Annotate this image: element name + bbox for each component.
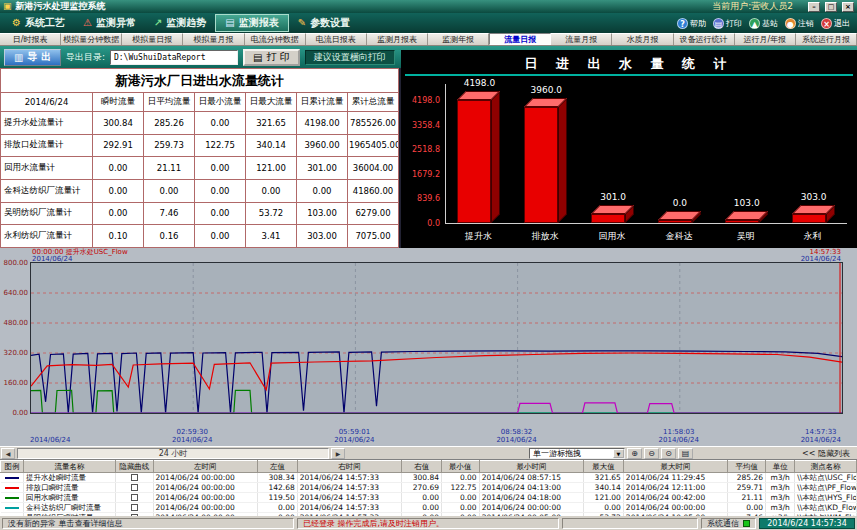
scroll-left-button[interactable]: ◀ xyxy=(1,448,15,459)
print-quick-button[interactable]: ▤打印 xyxy=(713,18,742,29)
menu-item-参数设置[interactable]: ✎参数设置 xyxy=(289,14,359,32)
trend-x-date: 2014/06/24 xyxy=(659,436,699,444)
series-name: 回用水瞬时流量 xyxy=(23,493,115,503)
trend-table-row[interactable]: 回用水瞬时流量2014/06/24 00:00:00119.502014/06/… xyxy=(1,493,857,503)
trend-data-table: 图例流量名称隐藏曲线左时间左值右时间右值最小值最小时间最大值最大时间平均值单位测… xyxy=(0,460,857,516)
tab-电流日报表[interactable]: 电流日报表 xyxy=(306,33,367,45)
trend-table-row[interactable]: 金科达纺织厂瞬时流量2014/06/24 00:00:000.002014/06… xyxy=(1,503,857,513)
trend-table-cell: 2014/06/24 14:57:33 xyxy=(297,503,402,513)
trend-x-date: 2014/06/24 xyxy=(172,436,212,444)
menu-item-系统工艺[interactable]: ⚙系统工艺 xyxy=(3,14,74,32)
minimize-button[interactable]: – xyxy=(808,2,820,12)
report-row-name: 回用水流量计 xyxy=(1,157,93,180)
trend-table-cell: m3/h xyxy=(766,493,795,503)
trend-table-cell: 308.34 xyxy=(258,473,298,483)
export-button[interactable]: ▥ 导 出 xyxy=(4,49,61,66)
trend-table-row[interactable]: 提升水处瞬时流量2014/06/24 00:00:00308.342014/06… xyxy=(1,473,857,483)
report-cell: 0.00 xyxy=(246,179,297,202)
tab-运行月/年报[interactable]: 运行月/年报 xyxy=(735,33,796,45)
quick-button-label: 帮助 xyxy=(690,18,706,29)
trend-table-cell: 340.14 xyxy=(584,483,624,493)
menu-item-监测趋势[interactable]: ↗监测趋势 xyxy=(145,14,215,32)
report-cell: 21.11 xyxy=(144,157,195,180)
report-cell: 36004.00 xyxy=(348,157,399,180)
trend-table-cell: 2014/06/24 00:00:00 xyxy=(153,503,258,513)
trend-plot[interactable] xyxy=(30,262,843,414)
exit-button[interactable]: ×退出 xyxy=(821,18,850,29)
tab-流量日报[interactable]: 流量日报 xyxy=(489,33,551,45)
trend-table-column-header: 最大值 xyxy=(584,461,624,473)
trend-data-table-panel: 图例流量名称隐藏曲线左时间左值右时间右值最小值最小时间最大值最大时间平均值单位测… xyxy=(0,459,857,516)
cursor-mode-select[interactable]: 单一游标拖拽 ▼ xyxy=(529,448,625,459)
time-scrollbar[interactable]: 24 小时 xyxy=(17,448,329,459)
login-status: 已经登录 操作完成后,请及时注销用户。 xyxy=(297,518,559,529)
tab-流量月报[interactable]: 流量月报 xyxy=(551,33,612,45)
trend-table-cell: \\本站点\KD_Flow xyxy=(795,503,857,513)
trend-x-date: 2014/06/24 xyxy=(334,436,374,444)
chevron-down-icon[interactable]: ▼ xyxy=(613,449,624,458)
print-button[interactable]: ▤ 打 印 xyxy=(243,49,300,66)
trend-table-column-header: 隐藏曲线 xyxy=(115,461,153,473)
tab-日/时报表[interactable]: 日/时报表 xyxy=(0,33,61,45)
legend-cell xyxy=(1,483,24,493)
print-chart-button[interactable]: ▤ xyxy=(678,448,693,459)
alarm-status[interactable]: 没有新的异常 单击查看详细信息 xyxy=(2,518,294,529)
bar xyxy=(658,220,692,223)
help-button[interactable]: ?帮助 xyxy=(677,18,706,29)
tab-监测月报表[interactable]: 监测月报表 xyxy=(367,33,428,45)
maximize-button[interactable]: □ xyxy=(825,2,837,12)
series-name: 排放口瞬时流量 xyxy=(23,483,115,493)
clock: 2014/6/24 14:57:34 xyxy=(759,518,855,529)
export-dir-input[interactable] xyxy=(110,50,238,65)
bar-value-label: 3960.0 xyxy=(503,85,590,95)
trend-x-tick-label: 08:58:322014/06/24 xyxy=(496,428,536,444)
hide-curve-checkbox[interactable] xyxy=(131,484,138,491)
report-row: 金科达纺织厂流量计0.000.000.000.000.0041860.00 xyxy=(1,179,399,202)
report-cell: 0.00 xyxy=(93,202,144,225)
menu-items: ⚙系统工艺⚠监测异常↗监测趋势▤监测报表✎参数设置 xyxy=(3,13,359,33)
app-icon: ▣ xyxy=(3,2,12,11)
report-cell: 3960.00 xyxy=(297,134,348,157)
report-date: 2014/6/24 xyxy=(1,93,93,112)
hide-curve-checkbox[interactable] xyxy=(131,494,138,501)
report-icon: ▤ xyxy=(225,18,234,28)
report-row-name: 提升水处流量计 xyxy=(1,112,93,135)
trend-table-cell: 2014/06/24 00:00:00 xyxy=(153,493,258,503)
scroll-right-button[interactable]: ▶ xyxy=(331,448,345,459)
report-cell: 340.14 xyxy=(246,134,297,157)
tab-模拟量月报[interactable]: 模拟量月报 xyxy=(183,33,244,45)
tab-水质月报[interactable]: 水质月报 xyxy=(612,33,673,45)
hide-curve-checkbox[interactable] xyxy=(131,474,138,481)
tab-设备运行统计[interactable]: 设备运行统计 xyxy=(674,33,735,45)
close-button[interactable]: × xyxy=(842,2,854,12)
tab-电流分钟数据[interactable]: 电流分钟数据 xyxy=(245,33,306,45)
tab-监测年报[interactable]: 监测年报 xyxy=(428,33,489,45)
quick-button-label: 打印 xyxy=(726,18,742,29)
trend-table-cell: 2014/06/24 00:00:00 xyxy=(479,503,584,513)
trend-table-cell: 2014/06/24 14:57:33 xyxy=(297,493,402,503)
bar-axis-tick-label: 4198.0 xyxy=(401,96,440,105)
trend-table-cell: 270.69 xyxy=(402,483,442,493)
tab-系统运行月报[interactable]: 系统运行月报 xyxy=(796,33,857,45)
report-row: 吴明纺织厂流量计0.007.460.0053.72103.006279.00 xyxy=(1,202,399,225)
trend-table-cell: 2014/06/24 04:18:00 xyxy=(479,493,584,503)
zoom-out-button[interactable]: ⊖ xyxy=(644,448,659,459)
menu-item-监测异常[interactable]: ⚠监测异常 xyxy=(74,14,145,32)
trend-icon: ↗ xyxy=(154,18,162,28)
zoom-reset-button[interactable]: ⊙ xyxy=(661,448,676,459)
trend-table-row[interactable]: 排放口瞬时流量2014/06/24 00:00:00142.682014/06/… xyxy=(1,483,857,493)
report-row-name: 金科达纺织厂流量计 xyxy=(1,179,93,202)
station-button[interactable]: ▲基站 xyxy=(749,18,778,29)
trend-table-cell: 0.00 xyxy=(442,503,480,513)
zoom-in-button[interactable]: ⊕ xyxy=(627,448,642,459)
logout-button[interactable]: ●注销 xyxy=(785,18,814,29)
trend-table-column-header: 流量名称 xyxy=(23,461,115,473)
report-cell: 41860.00 xyxy=(348,179,399,202)
tab-模拟量分钟数据[interactable]: 模拟量分钟数据 xyxy=(61,33,122,45)
hide-curve-checkbox[interactable] xyxy=(131,504,138,511)
hide-list-button[interactable]: << 隐藏列表 xyxy=(802,448,850,459)
trend-table-cell: 121.00 xyxy=(584,493,624,503)
tab-模拟量日报[interactable]: 模拟量日报 xyxy=(122,33,183,45)
report-cell: 53.72 xyxy=(246,202,297,225)
menu-item-监测报表[interactable]: ▤监测报表 xyxy=(215,14,288,32)
